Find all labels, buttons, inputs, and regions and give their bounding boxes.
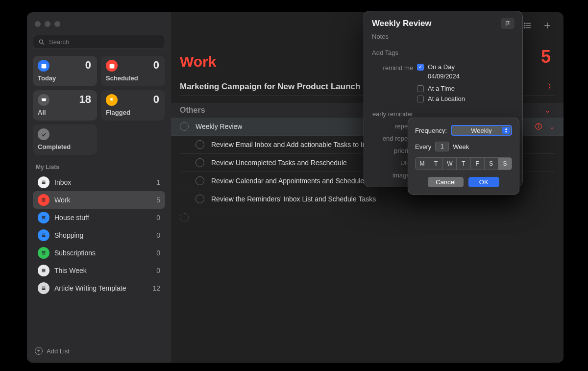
task-radio[interactable] [196, 140, 204, 149]
list-name: Inbox [54, 178, 71, 186]
list-row-this-week[interactable]: This Week0 [33, 262, 165, 279]
chevron-down-icon: ⌄ [545, 106, 551, 114]
weekday-4[interactable]: F [471, 158, 485, 170]
list-row-work[interactable]: Work5 [33, 191, 165, 209]
smart-scheduled[interactable]: 0 Scheduled [101, 56, 165, 86]
section-title-label: Marketing Campaign for New Product Launc… [180, 82, 360, 92]
list-count: 5 [541, 47, 551, 67]
my-lists-container: Inbox1Work5House stuff0Shopping0Subscrip… [33, 173, 165, 297]
smart-flagged[interactable]: 0 Flagged [101, 90, 165, 121]
weekday-5[interactable]: S [485, 158, 498, 170]
flag-icon [106, 94, 118, 106]
svg-point-28 [524, 23, 525, 24]
task-radio[interactable] [196, 158, 204, 167]
at-a-location-option[interactable]: At a Location [417, 95, 514, 102]
flag-button[interactable] [501, 18, 514, 29]
traffic-zoom[interactable] [54, 21, 60, 27]
list-name: Shopping [54, 231, 83, 239]
weekday-3[interactable]: T [457, 158, 470, 170]
list-bullet-icon [38, 282, 49, 294]
svg-point-29 [524, 25, 525, 26]
on-a-day-option[interactable]: ✓ On a Day [417, 63, 514, 71]
smart-scheduled-label: Scheduled [106, 74, 159, 82]
smart-flagged-label: Flagged [106, 109, 159, 116]
smart-today-label: Today [38, 74, 91, 82]
smart-today-count: 0 [85, 59, 91, 72]
task-radio[interactable] [196, 176, 204, 185]
add-reminder-icon[interactable] [543, 21, 552, 30]
checkbox-icon [417, 85, 424, 92]
weekday-1[interactable]: T [429, 158, 443, 170]
list-count: 12 [152, 284, 160, 292]
svg-point-30 [524, 27, 525, 28]
weekday-6[interactable]: S [498, 158, 512, 170]
task-title: Weekly Review [196, 123, 242, 130]
notes-field[interactable]: Notes [372, 33, 514, 40]
smart-flagged-count: 0 [153, 93, 159, 106]
new-task-placeholder[interactable] [180, 213, 189, 222]
every-input[interactable] [435, 142, 449, 151]
every-label: Every [415, 143, 431, 150]
svg-point-35 [538, 124, 539, 125]
task-radio[interactable] [196, 195, 204, 203]
calendar-today-icon [38, 60, 49, 72]
flag-outline-icon [505, 21, 511, 27]
inspector-title[interactable]: Weekly Review [372, 19, 432, 28]
smart-all[interactable]: 18 All [33, 90, 97, 121]
smart-completed[interactable]: Completed [33, 124, 97, 155]
ok-button[interactable]: OK [468, 177, 499, 187]
frequency-value: Weekly [471, 127, 491, 134]
traffic-minimize[interactable] [45, 21, 50, 27]
date-field[interactable]: 04/09/2024 [428, 73, 514, 80]
smart-today[interactable]: 0 Today [33, 56, 97, 86]
list-name: Subscriptions [54, 249, 96, 257]
list-row-article-writing-template[interactable]: Article Writing Template12 [33, 279, 165, 297]
svg-rect-2 [41, 64, 46, 68]
list-count: 0 [156, 267, 160, 274]
svg-rect-3 [109, 64, 114, 68]
tags-field[interactable]: Add Tags [372, 49, 514, 56]
list-bullet-icon [38, 194, 49, 206]
frequency-label: Frequency: [415, 127, 447, 134]
add-list-button[interactable]: + Add List [33, 344, 165, 358]
search-input[interactable] [49, 38, 160, 46]
plus-circle-icon: + [35, 347, 43, 355]
smart-scheduled-count: 0 [153, 59, 159, 72]
list-name: This Week [54, 267, 87, 274]
search-icon [38, 39, 45, 46]
my-lists-header: My Lists [36, 164, 162, 171]
traffic-close[interactable] [35, 21, 41, 27]
add-list-label: Add List [47, 347, 70, 355]
at-a-time-option[interactable]: At a Time [417, 85, 514, 92]
view-options-icon[interactable] [523, 21, 532, 30]
list-row-house-stuff[interactable]: House stuff0 [33, 209, 165, 226]
window-traffic-lights [33, 18, 165, 35]
chevron-down-icon[interactable]: ⌄ [549, 123, 555, 130]
on-a-day-label: On a Day [428, 63, 455, 71]
frequency-select[interactable]: Weekly ▲▼ [451, 125, 512, 136]
checkmark-circle-icon [38, 128, 49, 140]
list-count: 0 [156, 214, 160, 222]
remind-me-label: remind me [372, 63, 417, 72]
task-radio[interactable] [180, 122, 189, 131]
weekday-0[interactable]: M [416, 158, 429, 170]
list-row-inbox[interactable]: Inbox1 [33, 173, 165, 191]
list-bullet-icon [38, 176, 49, 188]
cancel-button[interactable]: Cancel [428, 177, 463, 187]
info-icon[interactable] [535, 123, 542, 130]
list-count: 1 [156, 178, 160, 186]
weekday-2[interactable]: W [443, 158, 457, 170]
list-count: 0 [156, 231, 160, 239]
search-field[interactable] [33, 35, 165, 49]
checkbox-checked-icon: ✓ [417, 64, 424, 71]
list-count: 5 [156, 196, 160, 204]
list-row-subscriptions[interactable]: Subscriptions0 [33, 244, 165, 262]
svg-line-1 [43, 43, 44, 44]
list-name: Article Writing Template [54, 284, 126, 292]
list-bullet-icon [38, 229, 49, 241]
list-row-shopping[interactable]: Shopping0 [33, 226, 165, 244]
at-a-location-label: At a Location [428, 95, 465, 102]
list-bullet-icon [38, 212, 49, 223]
others-label: Others [180, 106, 205, 115]
smart-lists-grid: 0 Today 0 Scheduled 18 All [33, 56, 165, 155]
